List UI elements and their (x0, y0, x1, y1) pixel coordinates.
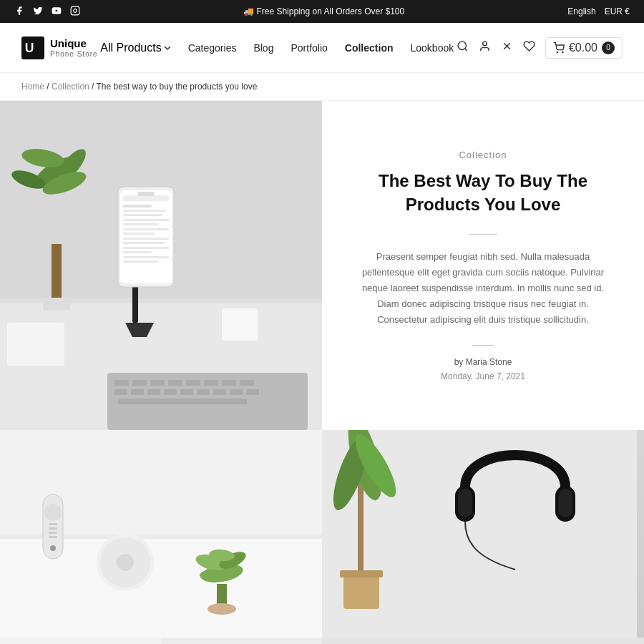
svg-rect-68 (49, 536, 57, 538)
chevron-down-icon (164, 44, 171, 52)
svg-rect-19 (123, 205, 152, 208)
divider-top (469, 234, 497, 235)
svg-rect-58 (52, 244, 62, 301)
svg-rect-43 (131, 389, 144, 395)
grid-row-2 (0, 430, 644, 638)
twitter-icon[interactable] (33, 6, 43, 18)
instagram-icon[interactable] (70, 6, 80, 18)
svg-rect-59 (43, 298, 70, 311)
svg-rect-23 (123, 223, 159, 225)
svg-rect-78 (217, 584, 227, 605)
svg-rect-87 (340, 570, 383, 577)
search-icon[interactable] (457, 40, 469, 55)
article-author: by Maria Stone (454, 357, 512, 367)
svg-point-72 (117, 554, 134, 571)
svg-rect-24 (123, 228, 169, 230)
bottom-row (0, 638, 644, 644)
wishlist-icon[interactable] (523, 40, 535, 55)
svg-rect-37 (168, 380, 182, 386)
svg-rect-46 (180, 389, 193, 395)
svg-rect-45 (164, 389, 177, 395)
lang-currency[interactable]: English EUR € (567, 6, 630, 16)
currency-selector[interactable]: EUR € (605, 6, 630, 16)
language-selector[interactable]: English (567, 6, 595, 16)
svg-rect-41 (240, 380, 254, 386)
svg-rect-49 (230, 389, 243, 395)
phone-scene-svg (0, 101, 322, 430)
svg-rect-18 (123, 195, 169, 201)
svg-rect-42 (114, 389, 127, 395)
article-category: Collection (459, 150, 507, 160)
svg-point-69 (50, 545, 56, 551)
logo-text: Unique Phone Store (50, 37, 98, 59)
bottom-img-1 (0, 638, 161, 644)
svg-rect-66 (49, 527, 57, 530)
breadcrumb: Home / Collection / The best way to buy … (0, 73, 644, 101)
svg-rect-48 (213, 389, 226, 395)
svg-point-10 (562, 52, 563, 52)
svg-rect-51 (118, 399, 247, 404)
hero-section: Collection The Best Way To Buy The Produ… (0, 101, 644, 430)
cart-price: €0.00 (569, 42, 597, 54)
svg-rect-50 (246, 389, 259, 395)
bottom-img1-svg (0, 638, 161, 644)
svg-rect-98 (322, 638, 644, 644)
header-icons: €0.00 0 (457, 37, 623, 59)
main-content: Collection The Best Way To Buy The Produ… (0, 101, 644, 644)
account-icon[interactable] (479, 40, 491, 55)
blog-nav[interactable]: Blog (253, 42, 273, 54)
svg-point-4 (458, 42, 466, 49)
breadcrumb-home[interactable]: Home (21, 82, 44, 92)
svg-rect-27 (123, 242, 165, 244)
hero-product-image (0, 101, 322, 430)
collection-nav[interactable]: Collection (345, 42, 394, 54)
social-links[interactable] (14, 6, 80, 18)
svg-rect-20 (123, 210, 166, 212)
svg-point-6 (483, 42, 487, 46)
svg-rect-67 (49, 532, 57, 534)
svg-rect-17 (120, 190, 172, 283)
main-nav: All Products Categories Blog Portfolio C… (100, 42, 454, 54)
lookbook-nav[interactable]: Lookbook (410, 42, 454, 54)
svg-text:U: U (25, 41, 34, 55)
bottom-img2-svg (161, 638, 322, 644)
hero-article-content: Collection The Best Way To Buy The Produ… (322, 101, 644, 430)
facebook-icon[interactable] (14, 6, 24, 18)
article-title: The Best Way To Buy The Products You Lov… (358, 169, 608, 217)
headphones-scene-svg (322, 430, 637, 638)
bottom-img-2 (161, 638, 322, 644)
svg-line-5 (465, 49, 467, 51)
logo[interactable]: U Unique Phone Store (21, 36, 98, 59)
svg-rect-47 (197, 389, 210, 395)
top-bar: 🚚 Free Shipping on All Orders Over $100 … (0, 0, 644, 23)
cart-button[interactable]: €0.00 0 (545, 37, 623, 59)
svg-rect-0 (71, 6, 79, 15)
svg-rect-22 (123, 219, 169, 221)
svg-rect-40 (222, 380, 236, 386)
svg-rect-39 (204, 380, 218, 386)
svg-rect-26 (123, 238, 169, 240)
shipping-notice: 🚚 Free Shipping on All Orders Over $100 (243, 6, 404, 16)
svg-rect-44 (147, 389, 160, 395)
article-description: Praesent semper feugiat nibh sed. Nulla … (358, 249, 608, 328)
svg-rect-86 (343, 573, 379, 609)
svg-rect-91 (558, 489, 572, 517)
compare-icon[interactable] (501, 40, 513, 55)
bottom-img-3 (322, 638, 644, 644)
portfolio-nav[interactable]: Portfolio (291, 42, 327, 54)
svg-rect-31 (123, 260, 159, 263)
svg-point-79 (208, 603, 236, 615)
svg-rect-52 (222, 308, 258, 341)
svg-rect-29 (123, 251, 152, 253)
svg-rect-65 (49, 523, 57, 525)
remotes-scene-svg (0, 430, 322, 638)
header: U Unique Phone Store All Products Catego… (0, 23, 644, 73)
svg-rect-32 (137, 192, 155, 196)
breadcrumb-collection[interactable]: Collection (52, 82, 89, 92)
cart-count: 0 (602, 42, 615, 54)
youtube-icon[interactable] (52, 6, 62, 18)
categories-nav[interactable]: Categories (188, 42, 237, 54)
svg-rect-34 (114, 380, 129, 386)
all-products-nav[interactable]: All Products (100, 42, 170, 54)
svg-rect-14 (7, 323, 64, 366)
